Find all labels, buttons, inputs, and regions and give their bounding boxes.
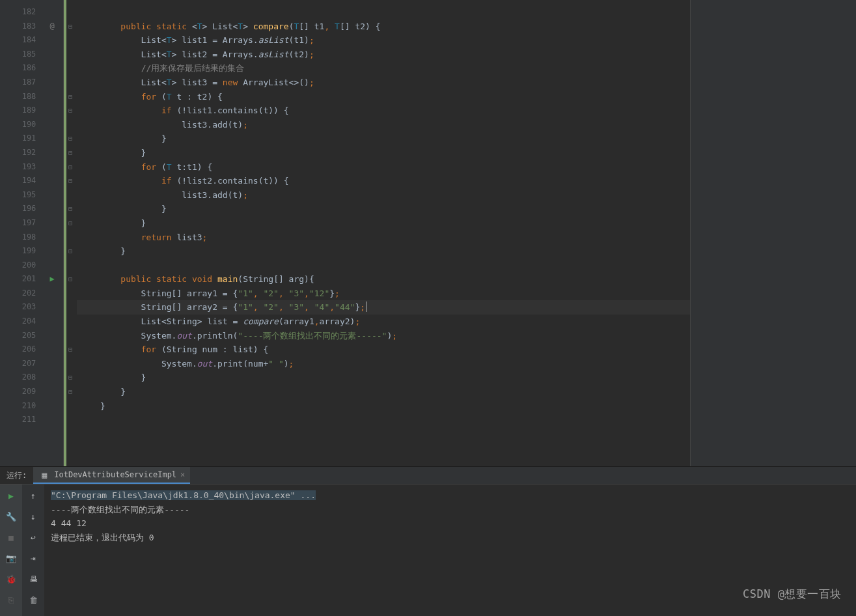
fold-open-icon[interactable]: ⊟	[66, 90, 74, 104]
exit-icon[interactable]: ⎘	[5, 594, 17, 606]
code-view[interactable]: public static <T> List<T> compare(T[] t1…	[74, 0, 690, 466]
code-line[interactable]: list3.add(t);	[77, 118, 690, 132]
close-icon[interactable]: ×	[180, 470, 185, 479]
code-line[interactable]: List<T> list1 = Arrays.asList(t1);	[77, 33, 690, 48]
fold-open-icon[interactable]: ⊟	[66, 272, 74, 287]
fold-open-icon[interactable]: ⊟	[66, 20, 74, 34]
console-output[interactable]: "C:\Program Files\Java\jdk1.8.0_40\bin\j…	[44, 484, 856, 616]
line-number[interactable]: 191	[0, 132, 41, 146]
editor-area: 1821831841851861871881891901911921931941…	[0, 0, 856, 466]
code-line[interactable]: public static <T> List<T> compare(T[] t1…	[77, 20, 690, 34]
code-line[interactable]: }	[77, 202, 690, 216]
code-line[interactable]: public static void main(String[] arg){	[77, 272, 690, 287]
line-number[interactable]: 206	[0, 343, 41, 357]
fold-close-icon[interactable]: ⊟	[66, 371, 74, 385]
line-number[interactable]: 196	[0, 202, 41, 216]
line-number[interactable]: 194	[0, 174, 41, 188]
line-number[interactable]: 184	[0, 33, 41, 48]
code-line[interactable]	[77, 413, 690, 427]
code-line[interactable]: }	[77, 216, 690, 231]
override-icon[interactable]: @	[41, 20, 63, 34]
line-number[interactable]: 200	[0, 259, 41, 273]
code-line[interactable]: }	[77, 146, 690, 160]
code-line[interactable]: List<String> list = compare(array1,array…	[77, 315, 690, 329]
line-number[interactable]: 193	[0, 160, 41, 175]
line-number[interactable]: 207	[0, 357, 41, 371]
code-line[interactable]: }	[77, 385, 690, 399]
bug-icon[interactable]: 🐞	[5, 573, 17, 585]
line-number[interactable]: 205	[0, 329, 41, 343]
softwrap-icon[interactable]: ↩	[27, 531, 39, 543]
code-line[interactable]: }	[77, 371, 690, 385]
line-number[interactable]: 208	[0, 371, 41, 385]
code-line[interactable]: }	[77, 399, 690, 413]
fold-column[interactable]: ⊟⊟⊟⊟⊟⊟⊟⊟⊟⊟⊟⊟⊟⊟	[64, 0, 74, 466]
code-line[interactable]: if (!list1.contains(t)) {	[77, 104, 690, 118]
stop-icon[interactable]: ■	[5, 531, 17, 543]
gutter-icons[interactable]: @▶	[41, 0, 63, 466]
code-line[interactable]	[77, 259, 690, 273]
scroll-end-icon[interactable]: ⇥	[27, 552, 39, 564]
fold-close-icon[interactable]: ⊟	[66, 132, 74, 146]
line-number[interactable]: 183	[0, 20, 41, 34]
line-number[interactable]: 188	[0, 90, 41, 104]
line-number[interactable]: 210	[0, 399, 41, 413]
code-line[interactable]: for (T t : t2) {	[77, 90, 690, 104]
line-number[interactable]: 203	[0, 300, 41, 315]
code-line[interactable]: List<T> list3 = new ArrayList<>();	[77, 76, 690, 90]
run-gutter-icon[interactable]: ▶	[41, 272, 63, 287]
code-line[interactable]: }	[77, 132, 690, 146]
fold-close-icon[interactable]: ⊟	[66, 216, 74, 231]
fold-close-icon[interactable]: ⊟	[66, 385, 74, 399]
fold-open-icon[interactable]: ⊟	[66, 104, 74, 118]
line-number[interactable]: 202	[0, 287, 41, 301]
line-number[interactable]: 186	[0, 61, 41, 76]
code-line[interactable]: if (!list2.contains(t)) {	[77, 174, 690, 188]
camera-icon[interactable]: 📷	[5, 552, 17, 564]
trash-icon[interactable]: 🗑	[27, 594, 39, 606]
code-line[interactable]: //用来保存最后结果的集合	[77, 61, 690, 76]
code-line[interactable]: for (T t:t1) {	[77, 160, 690, 175]
fold-close-icon[interactable]: ⊟	[66, 244, 74, 259]
line-numbers[interactable]: 1821831841851861871881891901911921931941…	[0, 0, 41, 466]
fold-open-icon[interactable]: ⊟	[66, 160, 74, 175]
up-arrow-icon[interactable]: ↑	[27, 490, 39, 501]
line-number[interactable]: 197	[0, 216, 41, 231]
line-number[interactable]: 182	[0, 5, 41, 20]
line-number[interactable]: 189	[0, 104, 41, 118]
minimap[interactable]	[690, 0, 856, 466]
console-line: "C:\Program Files\Java\jdk1.8.0_40\bin\j…	[51, 488, 849, 503]
fold-open-icon[interactable]: ⊟	[66, 343, 74, 357]
line-number[interactable]: 199	[0, 244, 41, 259]
code-line[interactable]: List<T> list2 = Arrays.asList(t2);	[77, 48, 690, 62]
run-tab[interactable]: ▦ IotDevAttributeServiceImpl ×	[33, 467, 190, 484]
line-number[interactable]: 211	[0, 413, 41, 427]
line-number[interactable]: 195	[0, 188, 41, 203]
line-number[interactable]: 185	[0, 48, 41, 62]
code-line[interactable]: return list3;	[77, 231, 690, 245]
run-again-icon[interactable]: ▶	[5, 490, 17, 501]
fold-close-icon[interactable]: ⊟	[66, 146, 74, 160]
gutter: 1821831841851861871881891901911921931941…	[0, 0, 64, 466]
run-toolwindow: 运行: ▦ IotDevAttributeServiceImpl × ▶ 🔧 ■…	[0, 466, 856, 616]
code-line[interactable]: System.out.println("----两个数组找出不同的元素-----…	[77, 329, 690, 343]
wrench-icon[interactable]: 🔧	[5, 511, 17, 522]
line-number[interactable]: 187	[0, 76, 41, 90]
line-number[interactable]: 209	[0, 385, 41, 399]
code-line[interactable]: String[] array1 = {"1", "2", "3","12"};	[77, 287, 690, 301]
line-number[interactable]: 198	[0, 231, 41, 245]
code-line[interactable]	[77, 5, 690, 20]
code-line[interactable]: System.out.print(num+" ");	[77, 357, 690, 371]
line-number[interactable]: 192	[0, 146, 41, 160]
line-number[interactable]: 201	[0, 272, 41, 287]
line-number[interactable]: 204	[0, 315, 41, 329]
code-line[interactable]: String[] array2 = {"1", "2", "3", "4","4…	[77, 300, 690, 315]
down-arrow-icon[interactable]: ↓	[27, 511, 39, 522]
code-line[interactable]: }	[77, 244, 690, 259]
code-line[interactable]: list3.add(t);	[77, 188, 690, 203]
fold-open-icon[interactable]: ⊟	[66, 174, 74, 188]
code-line[interactable]: for (String num : list) {	[77, 343, 690, 357]
print-icon[interactable]: 🖶	[27, 573, 39, 585]
line-number[interactable]: 190	[0, 118, 41, 132]
fold-close-icon[interactable]: ⊟	[66, 202, 74, 216]
